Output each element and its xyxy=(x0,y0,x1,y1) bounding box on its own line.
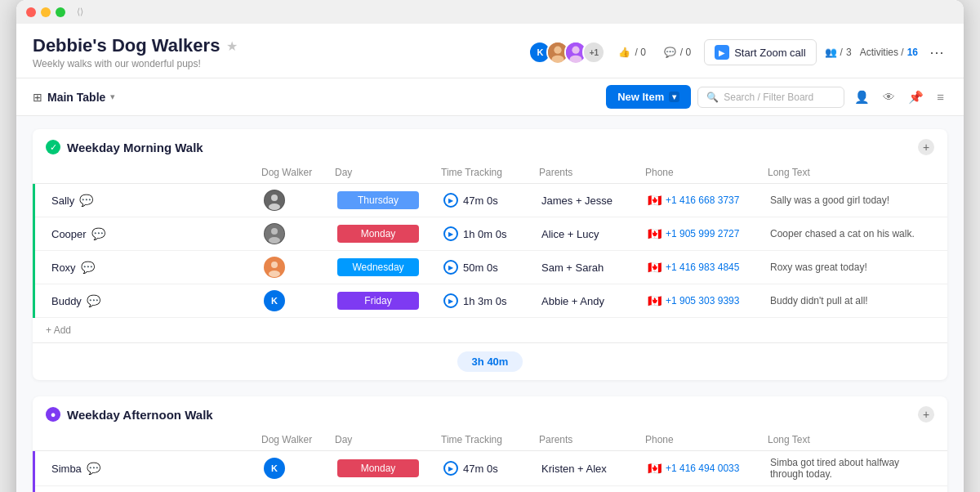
add-morning-row-button[interactable]: + Add xyxy=(33,318,947,342)
svg-point-11 xyxy=(269,237,280,244)
svg-point-5 xyxy=(570,56,582,63)
col-name-header xyxy=(46,167,258,178)
cooper-parents: Alice + Lucy xyxy=(541,228,599,240)
col-parents-header: Parents xyxy=(536,167,642,178)
svg-point-8 xyxy=(269,204,280,210)
svg-point-13 xyxy=(271,262,278,268)
window-chrome: ⟨⟩ xyxy=(16,0,964,24)
col-phone-header: Phone xyxy=(642,167,764,178)
zoom-label: Start Zoom call xyxy=(734,47,805,59)
app-title: Debbie's Dog Walkers xyxy=(33,35,220,56)
simba-play-button[interactable]: ▶ xyxy=(443,461,458,476)
cooper-day-badge[interactable]: Monday xyxy=(337,225,419,243)
simba-day-badge[interactable]: Monday xyxy=(337,459,419,477)
add-col-afternoon-button[interactable]: + xyxy=(918,406,934,423)
table-dropdown-icon[interactable]: ▾ xyxy=(110,92,115,102)
likes-button[interactable]: 👍 / 0 xyxy=(613,43,650,61)
cell-roxy-time: ▶ 50m 0s xyxy=(440,260,538,275)
add-col-morning-button[interactable]: + xyxy=(918,139,934,155)
star-icon[interactable]: ★ xyxy=(226,38,238,54)
roxy-comment-icon[interactable]: 💬 xyxy=(81,261,95,274)
new-item-button[interactable]: New Item ▾ xyxy=(606,85,691,109)
main-table-label[interactable]: Main Table xyxy=(47,91,105,104)
eye-icon[interactable]: 👁 xyxy=(880,87,898,107)
thumbs-icon: 👍 xyxy=(618,47,630,58)
cell-cooper-name: Cooper 💬 xyxy=(48,227,261,240)
expand-dot[interactable] xyxy=(56,7,65,17)
zoom-button[interactable]: ▶ Start Zoom call xyxy=(704,39,816,65)
afternoon-table: Dog Walker Day Time Tracking Parents Pho… xyxy=(33,429,947,492)
buddy-time: 1h 3m 0s xyxy=(463,295,506,307)
svg-point-2 xyxy=(552,56,564,63)
roxy-long-text: Roxy was great today! xyxy=(770,262,867,273)
search-bar[interactable]: 🔍 Search / Filter Board xyxy=(697,87,844,108)
sally-day-badge[interactable]: Thursday xyxy=(337,191,419,209)
group-morning: ✓ Weekday Morning Walk + Dog Walker Day … xyxy=(33,129,947,380)
morning-total-row: 3h 40m xyxy=(33,342,947,380)
title-right: K +1 👍 / 0 💬 / 0 ▶ St xyxy=(528,39,947,65)
cooper-phone[interactable]: +1 905 999 2727 xyxy=(666,228,739,239)
minimize-dot[interactable] xyxy=(41,7,51,17)
svg-point-1 xyxy=(555,47,562,54)
sally-play-button[interactable]: ▶ xyxy=(443,193,458,208)
simba-phone[interactable]: +1 416 494 0033 xyxy=(666,463,739,474)
pin-icon[interactable]: 📌 xyxy=(905,87,927,108)
cooper-comment-icon[interactable]: 💬 xyxy=(91,227,105,240)
new-item-dropdown-icon[interactable]: ▾ xyxy=(669,92,679,102)
filter-icon[interactable]: ≡ xyxy=(933,87,947,107)
cell-buddy-text: Buddy didn't pull at all! xyxy=(767,295,934,306)
members-button[interactable]: 👥 / 3 xyxy=(825,47,852,58)
canada-flag-2: 🇨🇦 xyxy=(648,227,662,240)
sally-comment-icon[interactable]: 💬 xyxy=(79,194,93,207)
toolbar-right: New Item ▾ 🔍 Search / Filter Board 👤 👁 📌… xyxy=(606,85,947,109)
cell-buddy-parents: Abbie + Andy xyxy=(538,295,644,307)
cooper-walker-avatar xyxy=(264,223,285,244)
buddy-comment-icon[interactable]: 💬 xyxy=(87,294,100,307)
avatar-group[interactable]: K +1 xyxy=(528,41,605,64)
roxy-phone[interactable]: +1 416 983 4845 xyxy=(666,262,739,273)
simba-parents: Kristen + Alex xyxy=(541,463,607,475)
close-dot[interactable] xyxy=(26,7,36,17)
more-button[interactable]: ⋯ xyxy=(926,43,947,61)
group-afternoon-header: ● Weekday Afternoon Walk + xyxy=(33,396,947,423)
svg-point-14 xyxy=(269,271,280,277)
activities-button[interactable]: Activities / 16 xyxy=(860,47,918,58)
cooper-time: 1h 0m 0s xyxy=(463,228,506,240)
sally-name: Sally xyxy=(51,195,74,207)
svg-point-10 xyxy=(271,228,278,235)
table-icon: ⊞ xyxy=(33,91,42,104)
cell-sally-text: Sally was a good girl today! xyxy=(767,195,934,206)
add-morning-label: + Add xyxy=(46,324,71,336)
buddy-walker-avatar: K xyxy=(264,290,285,311)
toolbar: ⊞ Main Table ▾ New Item ▾ 🔍 Search / Fil… xyxy=(16,78,964,116)
roxy-play-button[interactable]: ▶ xyxy=(443,260,458,275)
table-row: Buddy 💬 K Friday ▶ 1h 3m 0s xyxy=(33,284,947,318)
sally-parents: James + Jesse xyxy=(541,195,612,207)
col-day-header: Day xyxy=(332,167,438,178)
sally-time: 47m 0s xyxy=(463,195,498,207)
comments-button[interactable]: 💬 / 0 xyxy=(659,43,696,61)
cell-buddy-name: Buddy 💬 xyxy=(48,294,261,307)
table-row: Roxy 💬 Wednesday ▶ xyxy=(33,251,947,284)
cell-roxy-text: Roxy was great today! xyxy=(767,262,934,273)
person-icon[interactable]: 👤 xyxy=(851,87,873,108)
cooper-play-button[interactable]: ▶ xyxy=(443,226,458,241)
sally-phone[interactable]: +1 416 668 3737 xyxy=(666,195,739,206)
buddy-name: Buddy xyxy=(51,295,82,307)
cell-simba-name: Simba 💬 xyxy=(48,462,261,475)
canada-flag-5: 🇨🇦 xyxy=(648,462,662,475)
toolbar-left: ⊞ Main Table ▾ xyxy=(33,91,115,104)
members-slash: / xyxy=(840,47,843,58)
buddy-phone[interactable]: +1 905 303 9393 xyxy=(666,295,739,306)
buddy-play-button[interactable]: ▶ xyxy=(443,293,458,308)
cell-roxy-day: Wednesday xyxy=(334,258,440,276)
roxy-day-badge[interactable]: Wednesday xyxy=(337,258,419,276)
roxy-time: 50m 0s xyxy=(463,262,498,274)
members-count: 3 xyxy=(846,47,852,58)
members-icon: 👥 xyxy=(825,47,837,58)
comments-count: / 0 xyxy=(680,47,691,58)
buddy-day-badge[interactable]: Friday xyxy=(337,292,419,310)
col-phone-header-2: Phone xyxy=(642,434,764,445)
row-simba: Simba 💬 K Monday ▶ 47m 0s xyxy=(35,451,947,486)
simba-comment-icon[interactable]: 💬 xyxy=(87,462,100,475)
